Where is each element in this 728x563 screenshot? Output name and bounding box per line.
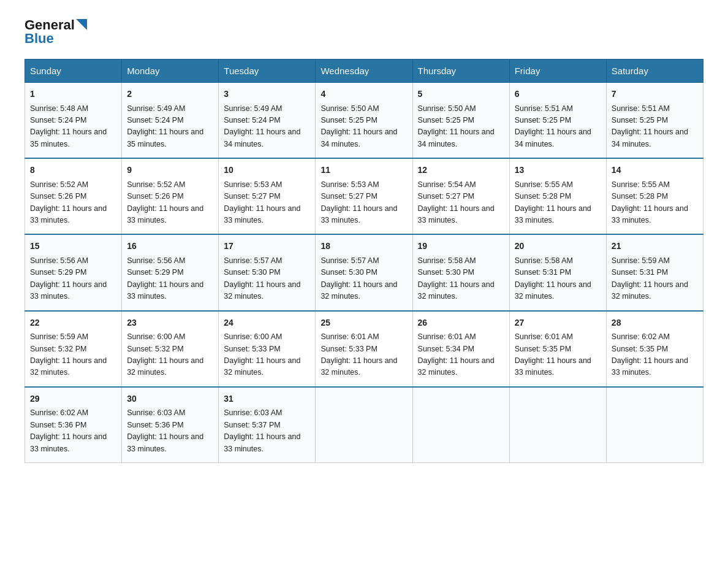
day-number: 28 xyxy=(612,316,698,330)
day-number: 23 xyxy=(127,316,213,330)
logo-general: General xyxy=(25,18,75,32)
svg-marker-0 xyxy=(76,19,87,30)
day-number: 4 xyxy=(320,88,407,101)
page-header: General Blue xyxy=(25,18,703,47)
day-number: 20 xyxy=(515,240,601,253)
day-info: Sunrise: 5:52 AMSunset: 5:26 PMDaylight:… xyxy=(127,180,203,224)
calendar-cell: 14Sunrise: 5:55 AMSunset: 5:28 PMDayligh… xyxy=(606,158,703,234)
day-info: Sunrise: 5:54 AMSunset: 5:27 PMDaylight:… xyxy=(418,180,495,224)
day-number: 5 xyxy=(418,88,504,101)
day-info: Sunrise: 6:01 AMSunset: 5:35 PMDaylight:… xyxy=(515,332,591,377)
calendar-cell: 3Sunrise: 5:49 AMSunset: 5:24 PMDaylight… xyxy=(219,83,316,159)
day-info: Sunrise: 6:00 AMSunset: 5:33 PMDaylight:… xyxy=(224,332,300,377)
calendar-cell: 24Sunrise: 6:00 AMSunset: 5:33 PMDayligh… xyxy=(219,311,316,387)
logo-arrow-icon xyxy=(76,19,87,30)
day-info: Sunrise: 5:56 AMSunset: 5:29 PMDaylight:… xyxy=(127,256,203,301)
day-info: Sunrise: 6:01 AMSunset: 5:33 PMDaylight:… xyxy=(320,332,397,377)
day-info: Sunrise: 5:50 AMSunset: 5:25 PMDaylight:… xyxy=(418,104,495,148)
day-info: Sunrise: 5:48 AMSunset: 5:24 PMDaylight:… xyxy=(30,104,107,148)
day-number: 18 xyxy=(320,240,407,253)
day-number: 9 xyxy=(127,164,213,177)
calendar-week-row: 8Sunrise: 5:52 AMSunset: 5:26 PMDaylight… xyxy=(25,158,703,234)
logo: General Blue xyxy=(25,18,87,47)
calendar-cell: 30Sunrise: 6:03 AMSunset: 5:36 PMDayligh… xyxy=(122,387,219,463)
calendar-cell: 2Sunrise: 5:49 AMSunset: 5:24 PMDaylight… xyxy=(122,83,219,159)
day-number: 16 xyxy=(127,240,213,253)
logo-blue: Blue xyxy=(25,31,54,47)
day-number: 2 xyxy=(127,88,213,101)
weekday-header-monday: Monday xyxy=(122,59,219,83)
calendar-week-row: 1Sunrise: 5:48 AMSunset: 5:24 PMDaylight… xyxy=(25,83,703,159)
calendar-cell: 12Sunrise: 5:54 AMSunset: 5:27 PMDayligh… xyxy=(412,158,509,234)
weekday-header-tuesday: Tuesday xyxy=(219,59,316,83)
day-number: 15 xyxy=(30,240,116,253)
calendar-table: SundayMondayTuesdayWednesdayThursdayFrid… xyxy=(25,59,703,463)
day-number: 31 xyxy=(224,393,310,406)
day-info: Sunrise: 5:49 AMSunset: 5:24 PMDaylight:… xyxy=(224,104,300,148)
day-info: Sunrise: 6:00 AMSunset: 5:32 PMDaylight:… xyxy=(127,332,203,377)
calendar-cell: 8Sunrise: 5:52 AMSunset: 5:26 PMDaylight… xyxy=(25,158,122,234)
calendar-cell: 26Sunrise: 6:01 AMSunset: 5:34 PMDayligh… xyxy=(412,311,509,387)
day-number: 24 xyxy=(224,316,310,330)
day-info: Sunrise: 5:52 AMSunset: 5:26 PMDaylight:… xyxy=(30,180,107,224)
day-info: Sunrise: 5:51 AMSunset: 5:25 PMDaylight:… xyxy=(612,104,688,148)
day-info: Sunrise: 5:57 AMSunset: 5:30 PMDaylight:… xyxy=(320,256,397,301)
calendar-cell: 22Sunrise: 5:59 AMSunset: 5:32 PMDayligh… xyxy=(25,311,122,387)
day-info: Sunrise: 5:58 AMSunset: 5:30 PMDaylight:… xyxy=(418,256,495,301)
weekday-header-thursday: Thursday xyxy=(412,59,509,83)
day-number: 17 xyxy=(224,240,310,253)
day-info: Sunrise: 5:50 AMSunset: 5:25 PMDaylight:… xyxy=(320,104,397,148)
day-info: Sunrise: 6:01 AMSunset: 5:34 PMDaylight:… xyxy=(418,332,495,377)
day-info: Sunrise: 5:57 AMSunset: 5:30 PMDaylight:… xyxy=(224,256,300,301)
weekday-header-wednesday: Wednesday xyxy=(316,59,412,83)
day-number: 3 xyxy=(224,88,310,101)
calendar-cell: 19Sunrise: 5:58 AMSunset: 5:30 PMDayligh… xyxy=(412,234,509,310)
day-number: 8 xyxy=(30,164,116,177)
calendar-cell: 13Sunrise: 5:55 AMSunset: 5:28 PMDayligh… xyxy=(509,158,606,234)
day-number: 10 xyxy=(224,164,310,177)
calendar-cell: 16Sunrise: 5:56 AMSunset: 5:29 PMDayligh… xyxy=(122,234,219,310)
weekday-header-sunday: Sunday xyxy=(25,59,122,83)
calendar-cell: 10Sunrise: 5:53 AMSunset: 5:27 PMDayligh… xyxy=(219,158,316,234)
calendar-cell xyxy=(606,387,703,463)
day-number: 30 xyxy=(127,393,213,406)
day-number: 19 xyxy=(418,240,504,253)
calendar-cell: 9Sunrise: 5:52 AMSunset: 5:26 PMDaylight… xyxy=(122,158,219,234)
day-info: Sunrise: 5:59 AMSunset: 5:31 PMDaylight:… xyxy=(612,256,688,301)
day-number: 27 xyxy=(515,316,601,330)
day-info: Sunrise: 5:58 AMSunset: 5:31 PMDaylight:… xyxy=(515,256,591,301)
day-number: 14 xyxy=(612,164,698,177)
day-number: 13 xyxy=(515,164,601,177)
calendar-cell xyxy=(509,387,606,463)
day-info: Sunrise: 5:49 AMSunset: 5:24 PMDaylight:… xyxy=(127,104,203,148)
day-info: Sunrise: 5:55 AMSunset: 5:28 PMDaylight:… xyxy=(612,180,688,224)
day-info: Sunrise: 5:59 AMSunset: 5:32 PMDaylight:… xyxy=(30,332,107,377)
calendar-cell: 18Sunrise: 5:57 AMSunset: 5:30 PMDayligh… xyxy=(316,234,412,310)
calendar-cell: 27Sunrise: 6:01 AMSunset: 5:35 PMDayligh… xyxy=(509,311,606,387)
calendar-cell: 29Sunrise: 6:02 AMSunset: 5:36 PMDayligh… xyxy=(25,387,122,463)
day-info: Sunrise: 5:51 AMSunset: 5:25 PMDaylight:… xyxy=(515,104,591,148)
calendar-cell: 28Sunrise: 6:02 AMSunset: 5:35 PMDayligh… xyxy=(606,311,703,387)
day-info: Sunrise: 5:53 AMSunset: 5:27 PMDaylight:… xyxy=(224,180,300,224)
calendar-cell: 21Sunrise: 5:59 AMSunset: 5:31 PMDayligh… xyxy=(606,234,703,310)
calendar-cell: 25Sunrise: 6:01 AMSunset: 5:33 PMDayligh… xyxy=(316,311,412,387)
day-number: 6 xyxy=(515,88,601,101)
calendar-cell: 6Sunrise: 5:51 AMSunset: 5:25 PMDaylight… xyxy=(509,83,606,159)
day-number: 12 xyxy=(418,164,504,177)
calendar-cell: 7Sunrise: 5:51 AMSunset: 5:25 PMDaylight… xyxy=(606,83,703,159)
calendar-cell: 11Sunrise: 5:53 AMSunset: 5:27 PMDayligh… xyxy=(316,158,412,234)
calendar-cell: 20Sunrise: 5:58 AMSunset: 5:31 PMDayligh… xyxy=(509,234,606,310)
weekday-header-row: SundayMondayTuesdayWednesdayThursdayFrid… xyxy=(25,59,703,83)
day-number: 7 xyxy=(612,88,698,101)
day-info: Sunrise: 5:55 AMSunset: 5:28 PMDaylight:… xyxy=(515,180,591,224)
calendar-cell: 17Sunrise: 5:57 AMSunset: 5:30 PMDayligh… xyxy=(219,234,316,310)
day-info: Sunrise: 6:02 AMSunset: 5:36 PMDaylight:… xyxy=(30,408,107,453)
calendar-cell: 23Sunrise: 6:00 AMSunset: 5:32 PMDayligh… xyxy=(122,311,219,387)
calendar-cell xyxy=(412,387,509,463)
calendar-cell: 5Sunrise: 5:50 AMSunset: 5:25 PMDaylight… xyxy=(412,83,509,159)
day-info: Sunrise: 6:02 AMSunset: 5:35 PMDaylight:… xyxy=(612,332,688,377)
day-info: Sunrise: 5:56 AMSunset: 5:29 PMDaylight:… xyxy=(30,256,107,301)
day-number: 25 xyxy=(320,316,407,330)
weekday-header-friday: Friday xyxy=(509,59,606,83)
calendar-cell: 4Sunrise: 5:50 AMSunset: 5:25 PMDaylight… xyxy=(316,83,412,159)
